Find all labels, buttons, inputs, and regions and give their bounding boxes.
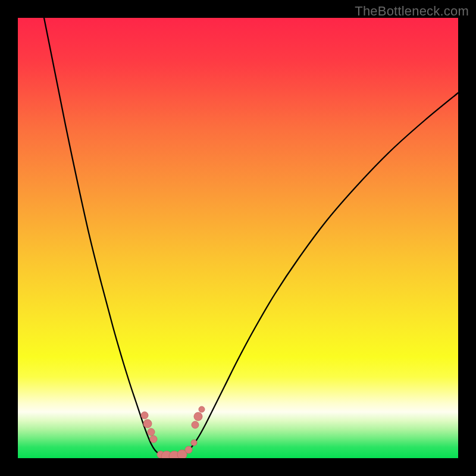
plot-area <box>18 18 458 458</box>
data-markers <box>141 406 205 458</box>
data-marker <box>141 412 148 419</box>
data-marker <box>143 419 152 428</box>
data-marker <box>148 428 155 436</box>
data-marker <box>194 412 202 421</box>
curve-right <box>168 93 458 458</box>
curves-layer <box>18 18 458 458</box>
data-marker <box>199 406 205 412</box>
data-marker <box>150 436 157 443</box>
curve-left <box>44 18 168 458</box>
watermark-text: TheBottleneck.com <box>355 4 469 19</box>
data-marker <box>192 421 199 428</box>
data-marker <box>191 440 197 446</box>
chart-frame: TheBottleneck.com <box>0 0 476 476</box>
data-marker <box>185 446 192 453</box>
